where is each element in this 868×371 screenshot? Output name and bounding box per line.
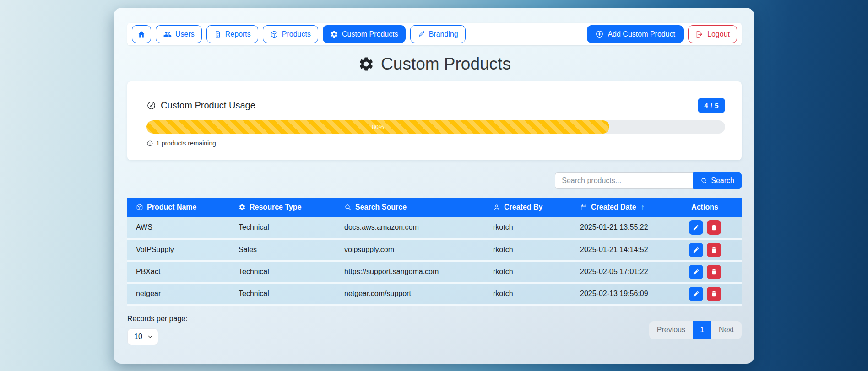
- usage-card: Custom Product Usage 4 / 5 80% 1 product…: [127, 81, 742, 160]
- header-search-source[interactable]: Search Source: [336, 198, 484, 217]
- users-icon: [163, 30, 172, 38]
- pagination-previous[interactable]: Previous: [649, 321, 693, 339]
- edit-button[interactable]: [689, 265, 703, 279]
- trash-icon: [711, 269, 717, 275]
- pagination-next[interactable]: Next: [711, 321, 742, 339]
- usage-remaining-text: 1 products remaining: [156, 140, 216, 147]
- search-input[interactable]: [555, 172, 693, 189]
- box-icon: [270, 30, 278, 38]
- pencil-icon: [693, 247, 700, 253]
- trash-icon: [711, 247, 717, 253]
- nav-custom-products-button[interactable]: Custom Products: [323, 25, 406, 43]
- header-created-date[interactable]: Created Date ↑: [571, 198, 668, 217]
- pencil-icon: [693, 269, 700, 275]
- delete-button[interactable]: [707, 220, 721, 235]
- header-created-by-label: Created By: [504, 203, 542, 211]
- delete-button[interactable]: [707, 287, 721, 301]
- header-resource-type[interactable]: Resource Type: [230, 198, 336, 217]
- plus-circle-icon: [595, 30, 604, 38]
- navbar: Users Reports Products Custom Products B…: [127, 23, 742, 45]
- trash-icon: [711, 224, 717, 231]
- nav-reports-button[interactable]: Reports: [206, 25, 258, 43]
- usage-title: Custom Product Usage: [146, 100, 255, 111]
- cell-search-source: https://support.sangoma.com: [336, 261, 484, 283]
- gear-icon: [239, 204, 246, 211]
- cell-product-name: PBXact: [127, 261, 230, 283]
- sort-ascending-icon: ↑: [641, 203, 645, 211]
- usage-progress-bar: 80%: [146, 120, 609, 134]
- cell-actions: [668, 283, 742, 305]
- pagination-page-1[interactable]: 1: [693, 321, 711, 339]
- page-title-text: Custom Products: [381, 54, 511, 74]
- logout-button[interactable]: Logout: [688, 25, 737, 43]
- box-icon: [136, 204, 143, 211]
- search-row: Search: [127, 172, 742, 189]
- brush-icon: [418, 30, 425, 38]
- usage-title-text: Custom Product Usage: [161, 100, 255, 111]
- cell-created-date: 2025-01-21 13:55:22: [571, 217, 668, 239]
- cell-actions: [668, 239, 742, 261]
- page-size-value: 10: [134, 333, 142, 341]
- gear-icon: [358, 56, 374, 72]
- pencil-icon: [693, 224, 700, 231]
- chevron-down-icon: [147, 333, 153, 340]
- cell-product-name: AWS: [127, 217, 230, 239]
- info-icon: [146, 140, 153, 147]
- table-header-row: Product Name Resource Type Search Source…: [127, 198, 742, 217]
- records-per-page-group: Records per page: 10: [127, 315, 188, 345]
- add-custom-product-button[interactable]: Add Custom Product: [587, 25, 684, 43]
- edit-button[interactable]: [689, 287, 703, 301]
- cell-resource-type: Sales: [230, 239, 336, 261]
- cell-created-by: rkotch: [484, 261, 571, 283]
- usage-header: Custom Product Usage 4 / 5: [146, 98, 725, 113]
- usage-count-badge: 4 / 5: [698, 98, 725, 113]
- cell-product-name: netgear: [127, 283, 230, 305]
- trash-icon: [711, 290, 717, 297]
- search-button-label: Search: [711, 177, 734, 185]
- nav-users-label: Users: [175, 30, 195, 38]
- search-icon: [344, 204, 352, 211]
- cell-search-source: voipsupply.com: [336, 239, 484, 261]
- person-icon: [493, 204, 500, 211]
- nav-users-button[interactable]: Users: [156, 25, 202, 43]
- gear-icon: [330, 30, 338, 38]
- pagination: Previous 1 Next: [649, 321, 742, 339]
- edit-button[interactable]: [689, 220, 703, 235]
- header-created-by[interactable]: Created By: [484, 198, 571, 217]
- cell-resource-type: Technical: [230, 283, 336, 305]
- main-container: Users Reports Products Custom Products B…: [114, 8, 754, 364]
- page-size-select[interactable]: 10: [127, 328, 158, 345]
- edit-button[interactable]: [689, 243, 703, 257]
- nav-left-group: Users Reports Products Custom Products B…: [132, 25, 466, 43]
- header-product-name-label: Product Name: [147, 203, 196, 211]
- cell-created-by: rkotch: [484, 239, 571, 261]
- page-title: Custom Products: [127, 54, 742, 74]
- cell-actions: [668, 261, 742, 283]
- table-row: PBXact Technical https://support.sangoma…: [127, 261, 742, 283]
- table-row: netgear Technical netgear.com/support rk…: [127, 283, 742, 305]
- usage-progress-label: 80%: [372, 124, 384, 130]
- header-resource-type-label: Resource Type: [250, 203, 302, 211]
- table-footer: Records per page: 10 Previous 1 Next: [127, 315, 742, 345]
- nav-products-label: Products: [282, 30, 311, 38]
- usage-remaining-note: 1 products remaining: [146, 140, 725, 147]
- nav-home-button[interactable]: [132, 25, 151, 43]
- nav-reports-label: Reports: [225, 30, 251, 38]
- cell-resource-type: Technical: [230, 217, 336, 239]
- nav-products-button[interactable]: Products: [263, 25, 318, 43]
- nav-branding-label: Branding: [429, 30, 458, 38]
- cell-created-by: rkotch: [484, 283, 571, 305]
- usage-progress-track: 80%: [146, 120, 725, 134]
- nav-custom-products-label: Custom Products: [342, 30, 398, 38]
- cell-created-date: 2025-02-13 19:56:09: [571, 283, 668, 305]
- report-file-icon: [214, 30, 222, 38]
- gauge-icon: [146, 101, 156, 110]
- delete-button[interactable]: [707, 265, 721, 279]
- pencil-icon: [693, 290, 700, 297]
- search-button[interactable]: Search: [693, 172, 742, 189]
- delete-button[interactable]: [707, 243, 721, 257]
- nav-branding-button[interactable]: Branding: [410, 25, 466, 43]
- header-actions: Actions: [668, 198, 742, 217]
- table-row: AWS Technical docs.aws.amazon.com rkotch…: [127, 217, 742, 239]
- header-product-name[interactable]: Product Name: [127, 198, 230, 217]
